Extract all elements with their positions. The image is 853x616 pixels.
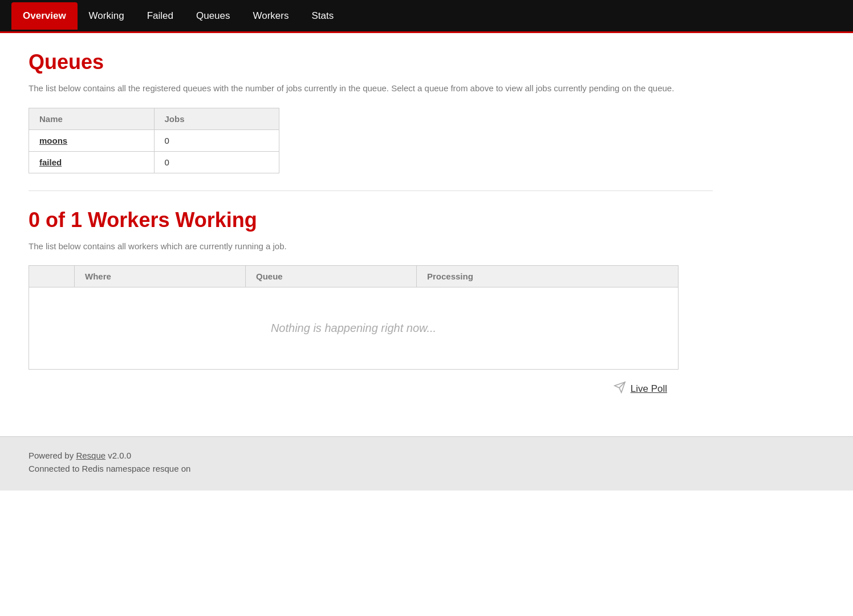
footer: Powered by Resque v2.0.0 Connected to Re… (0, 436, 853, 491)
workers-col-processing: Processing (417, 266, 679, 287)
queues-col-jobs: Jobs (154, 108, 279, 129)
queues-table: Name Jobs moons 0 failed 0 (29, 108, 279, 173)
queue-name-failed: failed (29, 151, 155, 173)
main-content: Queues The list below contains all the r… (0, 33, 741, 414)
live-poll-icon (614, 381, 626, 396)
queue-jobs-moons: 0 (154, 129, 279, 151)
nav-item-workers[interactable]: Workers (242, 2, 300, 30)
queue-link-moons[interactable]: moons (39, 136, 67, 145)
resque-link[interactable]: Resque (76, 451, 105, 460)
queue-row-moons: moons 0 (29, 129, 279, 151)
workers-col-where: Where (75, 266, 246, 287)
workers-title: 0 of 1 Workers Working (29, 208, 713, 232)
nav-item-overview[interactable]: Overview (11, 2, 78, 30)
footer-powered-by: Powered by Resque v2.0.0 (29, 451, 824, 460)
nav-item-failed[interactable]: Failed (136, 2, 185, 30)
footer-redis-info: Connected to Redis namespace resque on (29, 464, 824, 473)
nav-item-stats[interactable]: Stats (300, 2, 346, 30)
queues-description: The list below contains all the register… (29, 82, 713, 95)
queues-col-name: Name (29, 108, 155, 129)
workers-table: Where Queue Processing Nothing is happen… (29, 265, 679, 370)
queue-link-failed[interactable]: failed (39, 157, 62, 167)
nav-item-working[interactable]: Working (78, 2, 136, 30)
workers-empty-row: Nothing is happening right now... (29, 287, 679, 370)
workers-col-empty (29, 266, 75, 287)
workers-description: The list below contains all workers whic… (29, 240, 713, 253)
queue-jobs-failed: 0 (154, 151, 279, 173)
section-divider (29, 191, 713, 191)
queues-title: Queues (29, 50, 713, 74)
workers-empty-message: Nothing is happening right now... (29, 287, 679, 370)
live-poll-link[interactable]: Live Poll (631, 383, 667, 395)
live-poll-container: Live Poll (29, 381, 713, 396)
navbar: Overview Working Failed Queues Workers S… (0, 0, 853, 33)
workers-col-queue: Queue (246, 266, 417, 287)
queue-row-failed: failed 0 (29, 151, 279, 173)
queue-name-moons: moons (29, 129, 155, 151)
nav-item-queues[interactable]: Queues (185, 2, 242, 30)
